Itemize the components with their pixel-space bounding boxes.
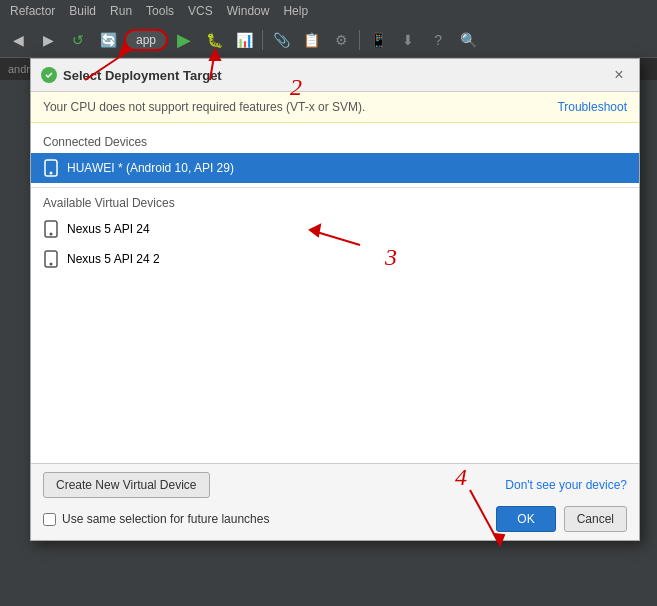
bottom-row2: Use same selection for future launches O…	[43, 506, 627, 532]
menubar: Refactor Build Run Tools VCS Window Help	[0, 0, 657, 22]
modal-bottom: Create New Virtual Device Don't see your…	[31, 463, 639, 540]
troubleshoot-link[interactable]: Troubleshoot	[557, 100, 627, 114]
toolbar: ◀ ▶ ↺ 🔄 app ▶ 🐛 📊 📎 📋 ⚙ 📱 ⬇ ? 🔍	[0, 22, 657, 58]
modal-close-button[interactable]: ×	[609, 65, 629, 85]
revert-button[interactable]: ↺	[64, 26, 92, 54]
menu-help[interactable]: Help	[277, 2, 314, 20]
avd-button[interactable]: 📱	[364, 26, 392, 54]
virtual-devices-label: Available Virtual Devices	[31, 192, 639, 214]
dont-see-device-link[interactable]: Don't see your device?	[505, 478, 627, 492]
cancel-button[interactable]: Cancel	[564, 506, 627, 532]
search-button[interactable]: 🔍	[454, 26, 482, 54]
svg-point-4	[50, 233, 53, 236]
virtual-device-name-2: Nexus 5 API 24 2	[67, 252, 160, 266]
ok-button[interactable]: OK	[496, 506, 555, 532]
phone-icon	[43, 158, 59, 178]
connected-device-row[interactable]: HUAWEI * (Android 10, API 29)	[31, 153, 639, 183]
bottom-row1: Create New Virtual Device Don't see your…	[43, 472, 627, 498]
same-selection-checkbox[interactable]	[43, 513, 56, 526]
virtual-phone-icon-2	[43, 249, 59, 269]
modal-title-icon	[41, 67, 57, 83]
menu-build[interactable]: Build	[63, 2, 102, 20]
select-deployment-dialog: Select Deployment Target × Your CPU does…	[30, 58, 640, 541]
divider1	[31, 187, 639, 188]
modal-title-text: Select Deployment Target	[63, 68, 222, 83]
modal-titlebar: Select Deployment Target ×	[31, 59, 639, 92]
action-buttons: OK Cancel	[496, 506, 627, 532]
menu-refactor[interactable]: Refactor	[4, 2, 61, 20]
connected-devices-label: Connected Devices	[31, 131, 639, 153]
create-virtual-device-button[interactable]: Create New Virtual Device	[43, 472, 210, 498]
same-selection-label: Use same selection for future launches	[62, 512, 269, 526]
menu-tools[interactable]: Tools	[140, 2, 180, 20]
sdk-button[interactable]: ⬇	[394, 26, 422, 54]
warning-banner: Your CPU does not support required featu…	[31, 92, 639, 123]
forward-button[interactable]: ▶	[34, 26, 62, 54]
sync-button[interactable]: 🔄	[94, 26, 122, 54]
svg-point-2	[50, 172, 53, 175]
profile-button[interactable]: 📊	[230, 26, 258, 54]
virtual-device-name-1: Nexus 5 API 24	[67, 222, 150, 236]
help-button[interactable]: ?	[424, 26, 452, 54]
menu-window[interactable]: Window	[221, 2, 276, 20]
svg-point-6	[50, 263, 53, 266]
coverage-button[interactable]: 📋	[297, 26, 325, 54]
warning-text: Your CPU does not support required featu…	[43, 100, 365, 114]
same-selection-checkbox-row: Use same selection for future launches	[43, 512, 269, 526]
menu-run[interactable]: Run	[104, 2, 138, 20]
settings-button[interactable]: ⚙	[327, 26, 355, 54]
app-config-dropdown[interactable]: app	[124, 29, 168, 51]
back-button[interactable]: ◀	[4, 26, 32, 54]
connected-device-name: HUAWEI * (Android 10, API 29)	[67, 161, 234, 175]
run-button[interactable]: ▶	[170, 26, 198, 54]
menu-vcs[interactable]: VCS	[182, 2, 219, 20]
debug-button[interactable]: 🐛	[200, 26, 228, 54]
attach-button[interactable]: 📎	[267, 26, 295, 54]
virtual-phone-icon-1	[43, 219, 59, 239]
modal-title-area: Select Deployment Target	[41, 67, 222, 83]
device-list: Connected Devices HUAWEI * (Android 10, …	[31, 123, 639, 463]
virtual-device-row-1[interactable]: Nexus 5 API 24	[31, 214, 639, 244]
virtual-device-row-2[interactable]: Nexus 5 API 24 2	[31, 244, 639, 274]
separator1	[262, 30, 263, 50]
separator2	[359, 30, 360, 50]
